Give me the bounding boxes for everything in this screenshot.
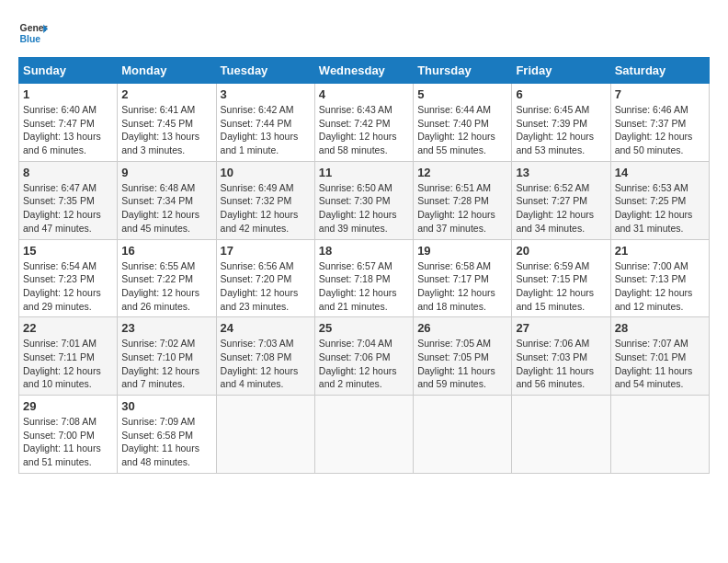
day-cell: 2Sunrise: 6:41 AMSunset: 7:45 PMDaylight… <box>118 84 216 162</box>
day-info: Sunrise: 6:55 AMSunset: 7:22 PMDaylight:… <box>121 259 211 314</box>
day-info: Sunrise: 7:06 AMSunset: 7:03 PMDaylight:… <box>516 337 606 391</box>
day-number: 22 <box>23 321 113 335</box>
week-row-4: 22Sunrise: 7:01 AMSunset: 7:11 PMDayligh… <box>19 317 710 396</box>
svg-text:Blue: Blue <box>20 34 41 44</box>
day-cell: 11Sunrise: 6:50 AMSunset: 7:30 PMDayligh… <box>314 161 413 239</box>
day-number: 5 <box>417 87 507 101</box>
day-info: Sunrise: 6:42 AMSunset: 7:44 PMDaylight:… <box>221 103 311 157</box>
day-cell: 25Sunrise: 7:04 AMSunset: 7:06 PMDayligh… <box>314 317 413 396</box>
week-row-1: 1Sunrise: 6:40 AMSunset: 7:47 PMDaylight… <box>19 84 710 162</box>
day-cell <box>512 396 610 474</box>
day-info: Sunrise: 7:02 AMSunset: 7:10 PMDaylight:… <box>121 337 211 391</box>
day-number: 30 <box>121 399 211 413</box>
day-number: 13 <box>516 166 606 179</box>
day-cell: 27Sunrise: 7:06 AMSunset: 7:03 PMDayligh… <box>512 317 610 396</box>
day-number: 26 <box>417 321 507 335</box>
day-number: 16 <box>121 244 211 258</box>
day-number: 7 <box>615 87 705 101</box>
day-info: Sunrise: 6:40 AMSunset: 7:47 PMDaylight:… <box>23 103 113 157</box>
day-info: Sunrise: 7:04 AMSunset: 7:06 PMDaylight:… <box>319 337 409 391</box>
day-info: Sunrise: 6:48 AMSunset: 7:34 PMDaylight:… <box>121 181 211 236</box>
day-number: 2 <box>121 87 211 101</box>
day-number: 4 <box>319 87 409 101</box>
day-number: 25 <box>319 321 409 335</box>
day-info: Sunrise: 6:58 AMSunset: 7:17 PMDaylight:… <box>417 259 507 314</box>
day-cell: 14Sunrise: 6:53 AMSunset: 7:25 PMDayligh… <box>610 161 709 239</box>
day-number: 15 <box>23 244 113 258</box>
day-cell: 21Sunrise: 7:00 AMSunset: 7:13 PMDayligh… <box>610 239 709 317</box>
day-info: Sunrise: 6:44 AMSunset: 7:40 PMDaylight:… <box>417 103 507 157</box>
week-row-5: 29Sunrise: 7:08 AMSunset: 7:00 PMDayligh… <box>19 396 710 474</box>
weekday-thursday: Thursday <box>414 58 512 84</box>
week-row-3: 15Sunrise: 6:54 AMSunset: 7:23 PMDayligh… <box>19 239 710 317</box>
week-row-2: 8Sunrise: 6:47 AMSunset: 7:35 PMDaylight… <box>19 161 710 239</box>
day-info: Sunrise: 7:01 AMSunset: 7:11 PMDaylight:… <box>23 337 113 391</box>
day-info: Sunrise: 7:03 AMSunset: 7:08 PMDaylight:… <box>221 337 311 391</box>
weekday-monday: Monday <box>118 58 216 84</box>
day-cell: 6Sunrise: 6:45 AMSunset: 7:39 PMDaylight… <box>512 84 610 162</box>
day-cell: 4Sunrise: 6:43 AMSunset: 7:42 PMDaylight… <box>314 84 413 162</box>
day-info: Sunrise: 6:45 AMSunset: 7:39 PMDaylight:… <box>516 103 606 157</box>
day-cell <box>314 396 413 474</box>
day-info: Sunrise: 6:43 AMSunset: 7:42 PMDaylight:… <box>319 103 409 157</box>
day-number: 12 <box>417 166 507 179</box>
day-cell <box>216 396 314 474</box>
day-info: Sunrise: 6:50 AMSunset: 7:30 PMDaylight:… <box>319 181 409 236</box>
day-cell <box>610 396 709 474</box>
day-cell: 16Sunrise: 6:55 AMSunset: 7:22 PMDayligh… <box>118 239 216 317</box>
day-number: 6 <box>516 87 606 101</box>
day-number: 29 <box>23 399 113 413</box>
day-number: 17 <box>221 244 311 258</box>
day-cell: 24Sunrise: 7:03 AMSunset: 7:08 PMDayligh… <box>216 317 314 396</box>
day-number: 10 <box>221 166 311 179</box>
day-number: 19 <box>417 244 507 258</box>
day-cell: 20Sunrise: 6:59 AMSunset: 7:15 PMDayligh… <box>512 239 610 317</box>
day-number: 8 <box>23 166 113 179</box>
weekday-saturday: Saturday <box>610 58 709 84</box>
day-number: 21 <box>615 244 705 258</box>
day-cell: 10Sunrise: 6:49 AMSunset: 7:32 PMDayligh… <box>216 161 314 239</box>
day-cell: 30Sunrise: 7:09 AMSunset: 6:58 PMDayligh… <box>118 396 216 474</box>
day-cell: 9Sunrise: 6:48 AMSunset: 7:34 PMDaylight… <box>118 161 216 239</box>
weekday-sunday: Sunday <box>19 58 118 84</box>
day-cell: 17Sunrise: 6:56 AMSunset: 7:20 PMDayligh… <box>216 239 314 317</box>
day-cell: 29Sunrise: 7:08 AMSunset: 7:00 PMDayligh… <box>19 396 118 474</box>
day-number: 24 <box>221 321 311 335</box>
day-cell: 12Sunrise: 6:51 AMSunset: 7:28 PMDayligh… <box>414 161 512 239</box>
day-number: 27 <box>516 321 606 335</box>
logo: General Blue <box>18 18 48 48</box>
day-number: 1 <box>23 87 113 101</box>
weekday-tuesday: Tuesday <box>216 58 314 84</box>
day-info: Sunrise: 6:49 AMSunset: 7:32 PMDaylight:… <box>221 181 311 236</box>
day-number: 18 <box>319 244 409 258</box>
calendar-body: 1Sunrise: 6:40 AMSunset: 7:47 PMDaylight… <box>19 84 710 474</box>
day-number: 20 <box>516 244 606 258</box>
day-info: Sunrise: 6:46 AMSunset: 7:37 PMDaylight:… <box>615 103 705 157</box>
day-info: Sunrise: 6:53 AMSunset: 7:25 PMDaylight:… <box>615 181 705 236</box>
day-cell: 8Sunrise: 6:47 AMSunset: 7:35 PMDaylight… <box>19 161 118 239</box>
day-cell: 13Sunrise: 6:52 AMSunset: 7:27 PMDayligh… <box>512 161 610 239</box>
day-cell: 5Sunrise: 6:44 AMSunset: 7:40 PMDaylight… <box>414 84 512 162</box>
day-info: Sunrise: 7:09 AMSunset: 6:58 PMDaylight:… <box>121 415 211 469</box>
day-cell: 26Sunrise: 7:05 AMSunset: 7:05 PMDayligh… <box>414 317 512 396</box>
day-cell: 22Sunrise: 7:01 AMSunset: 7:11 PMDayligh… <box>19 317 118 396</box>
day-info: Sunrise: 6:51 AMSunset: 7:28 PMDaylight:… <box>417 181 507 236</box>
day-cell: 3Sunrise: 6:42 AMSunset: 7:44 PMDaylight… <box>216 84 314 162</box>
day-info: Sunrise: 6:47 AMSunset: 7:35 PMDaylight:… <box>23 181 113 236</box>
day-cell: 28Sunrise: 7:07 AMSunset: 7:01 PMDayligh… <box>610 317 709 396</box>
day-info: Sunrise: 7:07 AMSunset: 7:01 PMDaylight:… <box>615 337 705 391</box>
day-number: 11 <box>319 166 409 179</box>
calendar-table: SundayMondayTuesdayWednesdayThursdayFrid… <box>18 57 710 474</box>
day-number: 9 <box>121 166 211 179</box>
day-info: Sunrise: 7:00 AMSunset: 7:13 PMDaylight:… <box>615 259 705 314</box>
day-cell: 1Sunrise: 6:40 AMSunset: 7:47 PMDaylight… <box>19 84 118 162</box>
weekday-friday: Friday <box>512 58 610 84</box>
day-cell: 15Sunrise: 6:54 AMSunset: 7:23 PMDayligh… <box>19 239 118 317</box>
day-info: Sunrise: 6:54 AMSunset: 7:23 PMDaylight:… <box>23 259 113 314</box>
day-cell: 18Sunrise: 6:57 AMSunset: 7:18 PMDayligh… <box>314 239 413 317</box>
day-info: Sunrise: 6:52 AMSunset: 7:27 PMDaylight:… <box>516 181 606 236</box>
day-info: Sunrise: 7:08 AMSunset: 7:00 PMDaylight:… <box>23 415 113 469</box>
page-header: General Blue <box>18 18 710 48</box>
day-info: Sunrise: 6:56 AMSunset: 7:20 PMDaylight:… <box>221 259 311 314</box>
day-number: 23 <box>121 321 211 335</box>
